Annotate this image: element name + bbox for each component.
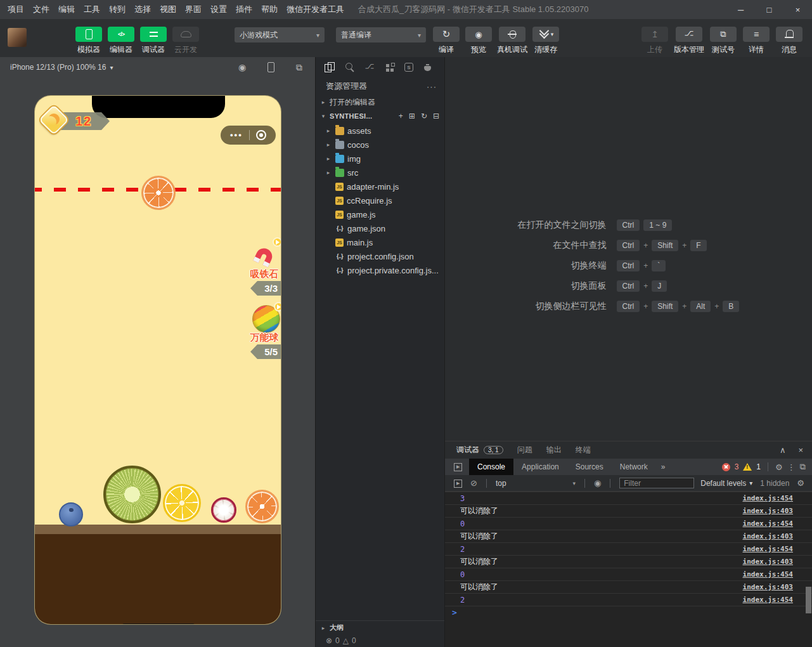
console-sidebar-icon[interactable] bbox=[453, 478, 464, 489]
file-row[interactable]: JS ccRequire.js bbox=[316, 193, 444, 207]
toolbar-mode-button[interactable]: 调试器 bbox=[139, 27, 167, 55]
activity-icon[interactable] bbox=[323, 62, 335, 73]
devtools-tab[interactable]: Network bbox=[612, 459, 656, 475]
source-link[interactable]: index.js:454 bbox=[743, 520, 793, 528]
menu-item[interactable]: 插件 bbox=[236, 4, 252, 15]
project-action-icon[interactable]: + bbox=[399, 112, 403, 121]
project-action-icon[interactable]: ↻ bbox=[421, 112, 427, 121]
window-control-button[interactable]: □ bbox=[755, 0, 783, 19]
menu-item[interactable]: 文件 bbox=[33, 4, 49, 15]
file-row[interactable]: {..} project.private.config.js... bbox=[316, 263, 444, 277]
source-link[interactable]: index.js:454 bbox=[743, 596, 793, 604]
activity-icon[interactable] bbox=[422, 62, 434, 73]
devtools-tab[interactable]: Console bbox=[469, 459, 513, 475]
window-control-button[interactable]: ─ bbox=[726, 0, 755, 19]
toolbar-right-button[interactable]: ≡ 详情 bbox=[742, 27, 770, 55]
console-prompt-row[interactable]: > bbox=[445, 606, 812, 618]
menu-item[interactable]: 界面 bbox=[185, 4, 202, 15]
file-row[interactable]: ▸ img bbox=[316, 152, 444, 166]
compile-mode-select[interactable]: 普通编译 ▾ bbox=[336, 27, 426, 42]
toolbar-right-button[interactable]: ⌥ 版本管理 bbox=[674, 27, 704, 55]
simulator-bar-icon[interactable] bbox=[265, 62, 276, 73]
clear-console-icon[interactable]: ⊘ bbox=[470, 478, 477, 488]
inspect-element-icon[interactable] bbox=[453, 461, 464, 473]
file-row[interactable]: ▸ assets bbox=[316, 124, 444, 138]
toolbar-action-button[interactable]: ↻ 编译 bbox=[432, 27, 460, 55]
kebab-menu-icon[interactable]: ⋮ bbox=[787, 462, 796, 472]
source-link[interactable]: index.js:403 bbox=[743, 583, 793, 591]
simulator-bar-icon[interactable]: ◉ bbox=[236, 62, 248, 73]
panel-tab[interactable]: 终端 bbox=[576, 445, 591, 455]
source-link[interactable]: index.js:403 bbox=[743, 532, 793, 540]
panel-tab[interactable]: 调试器 3, 1 bbox=[456, 445, 503, 455]
panel-tab[interactable]: 问题 bbox=[517, 445, 532, 455]
menu-item[interactable]: 设置 bbox=[210, 4, 227, 15]
file-row[interactable]: {..} project.config.json bbox=[316, 249, 444, 263]
file-row[interactable]: {..} game.json bbox=[316, 221, 444, 235]
project-section[interactable]: ▾ SYNTHESI... +⊞↻⊟ bbox=[316, 109, 444, 123]
error-icon[interactable] bbox=[722, 463, 730, 471]
collapse-panel-icon[interactable]: ∧ bbox=[780, 445, 786, 455]
menu-item[interactable]: 编辑 bbox=[58, 4, 75, 15]
devtools-tab[interactable]: Application bbox=[513, 459, 567, 475]
settings-gear-icon[interactable]: ⚙ bbox=[775, 462, 783, 472]
toolbar-action-button[interactable]: ▾ 清缓存 bbox=[532, 27, 560, 55]
rainbow-ball-powerup-icon[interactable] bbox=[252, 305, 281, 334]
source-link[interactable]: index.js:403 bbox=[743, 507, 793, 515]
warning-icon[interactable] bbox=[743, 463, 752, 471]
magnet-powerup-icon[interactable] bbox=[251, 240, 280, 270]
menu-item[interactable]: 项目 bbox=[8, 4, 24, 15]
project-action-icon[interactable]: ⊟ bbox=[433, 112, 439, 121]
more-actions-icon[interactable]: ··· bbox=[427, 82, 437, 91]
menu-item[interactable]: 工具 bbox=[84, 4, 100, 15]
more-menu-button[interactable]: ••• bbox=[230, 132, 243, 138]
close-panel-icon[interactable]: × bbox=[798, 445, 803, 455]
source-link[interactable]: index.js:454 bbox=[743, 545, 793, 553]
window-control-button[interactable]: × bbox=[783, 0, 812, 19]
project-action-icon[interactable]: ⊞ bbox=[409, 112, 415, 121]
hanging-orange-fruit[interactable] bbox=[141, 176, 176, 210]
toolbar-right-button[interactable]: ↥ 上传 bbox=[641, 27, 669, 55]
context-select[interactable]: top ▾ bbox=[496, 479, 576, 488]
activity-icon[interactable]: ⌥ bbox=[364, 62, 375, 73]
simulator-bar-icon[interactable]: ⧉ bbox=[293, 62, 305, 73]
toolbar-right-button[interactable]: ⧉ 测试号 bbox=[709, 27, 737, 55]
hidden-messages-count[interactable]: 1 hidden bbox=[760, 479, 789, 488]
console-scrollbar[interactable] bbox=[806, 587, 811, 613]
menu-item[interactable]: 转到 bbox=[109, 4, 126, 15]
phone-screen[interactable]: 12 ••• bbox=[34, 95, 281, 625]
source-link[interactable]: index.js:403 bbox=[743, 558, 793, 566]
device-selector[interactable]: iPhone 12/13 (Pro) 100% 16 ▾ bbox=[10, 63, 113, 72]
file-row[interactable]: JS adapter-min.js bbox=[316, 180, 444, 193]
toolbar-mode-button[interactable]: 云开发 bbox=[172, 27, 200, 55]
menu-item[interactable]: 微信开发者工具 bbox=[287, 4, 344, 15]
file-row[interactable]: JS main.js bbox=[316, 235, 444, 249]
panel-tab[interactable]: 输出 bbox=[546, 445, 562, 455]
dock-side-icon[interactable]: ⧉ bbox=[800, 462, 806, 472]
toolbar-right-button[interactable]: 消息 bbox=[775, 27, 803, 55]
devtools-tab[interactable]: » bbox=[656, 459, 671, 475]
devtools-tab[interactable]: Sources bbox=[567, 459, 612, 475]
activity-icon[interactable]: S bbox=[404, 63, 413, 72]
menu-item[interactable]: 视图 bbox=[160, 4, 176, 15]
toolbar-action-button[interactable]: ◉ 预览 bbox=[465, 27, 493, 55]
activity-icon[interactable] bbox=[384, 62, 396, 73]
problems-status[interactable]: ⊗ 0 △ 0 bbox=[316, 634, 444, 647]
menu-item[interactable]: 帮助 bbox=[261, 4, 278, 15]
toolbar-action-button[interactable]: 真机调试 bbox=[497, 27, 527, 55]
exit-button[interactable] bbox=[256, 130, 266, 140]
menu-item[interactable]: 选择 bbox=[134, 4, 151, 15]
toolbar-mode-button[interactable]: </> 编辑器 bbox=[107, 27, 135, 55]
file-row[interactable]: ▸ src bbox=[316, 166, 444, 180]
source-link[interactable]: index.js:454 bbox=[743, 494, 793, 502]
file-row[interactable]: JS game.js bbox=[316, 207, 444, 221]
avatar[interactable] bbox=[8, 28, 27, 47]
activity-icon[interactable] bbox=[344, 62, 355, 73]
open-editors-section[interactable]: ▸ 打开的编辑器 bbox=[316, 95, 444, 109]
console-settings-gear-icon[interactable]: ⚙ bbox=[797, 478, 804, 488]
eye-icon[interactable]: ◉ bbox=[594, 478, 601, 488]
source-link[interactable]: index.js:454 bbox=[743, 570, 793, 578]
game-mode-select[interactable]: 小游戏模式 ▾ bbox=[235, 27, 325, 42]
toolbar-mode-button[interactable]: 模拟器 bbox=[75, 27, 103, 55]
file-row[interactable]: ▸ cocos bbox=[316, 138, 444, 152]
